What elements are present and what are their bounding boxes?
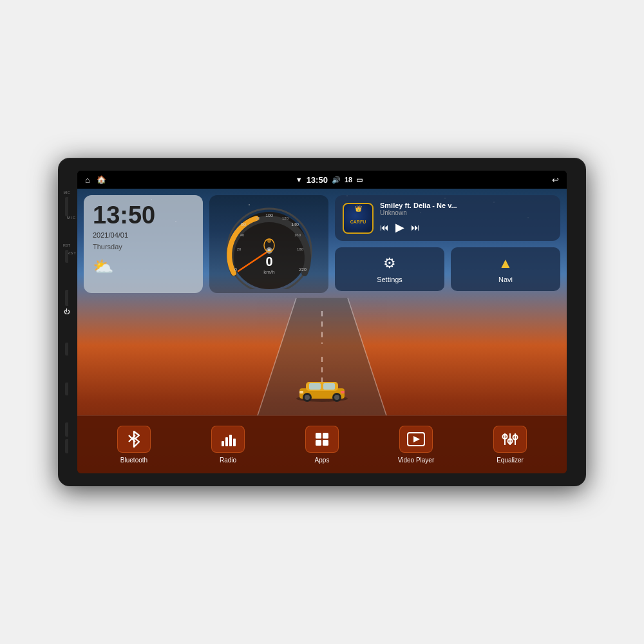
svg-point-35 [267, 239, 271, 243]
svg-text:0: 0 [265, 254, 272, 269]
svg-text:140: 140 [291, 222, 299, 227]
svg-text:220: 220 [299, 267, 307, 272]
home-icon[interactable]: ⌂ [85, 175, 90, 185]
svg-rect-36 [222, 441, 224, 446]
clock-time: 13:50 [93, 203, 194, 227]
radio-icon-wrap [211, 426, 245, 453]
house-icon[interactable]: 🏠 [97, 175, 106, 184]
radio-icon [220, 432, 236, 446]
status-left: ⌂ 🏠 [85, 175, 106, 185]
svg-rect-8 [309, 383, 321, 390]
back-button[interactable] [65, 383, 68, 395]
speedometer-widget: 0 60 100 140 220 20 40 80 120 160 180 [209, 195, 328, 293]
rst-label-side: RST [63, 243, 70, 247]
next-button[interactable]: ⏭ [411, 222, 420, 232]
svg-rect-42 [316, 440, 321, 446]
apps-button[interactable]: Apps [296, 426, 348, 464]
radio-button[interactable]: Radio [202, 426, 254, 464]
media-controls: ⏮ ▶ ⏭ [380, 220, 553, 234]
main-content: 13:50 2021/04/01 Thursday ⛅ [77, 189, 567, 473]
svg-rect-40 [316, 433, 321, 439]
mic-button[interactable] [65, 197, 68, 216]
svg-point-11 [305, 395, 310, 400]
equalizer-icon-wrap [493, 426, 527, 453]
clock-date: 2021/04/01 [93, 231, 194, 239]
album-art: 👑 CARFU [343, 203, 374, 234]
svg-text:80: 80 [255, 216, 260, 220]
vol-down-button[interactable] [65, 439, 68, 453]
bluetooth-icon [127, 430, 141, 448]
svg-marker-45 [413, 436, 420, 442]
apps-icon-wrap [305, 426, 339, 453]
video-player-icon [407, 432, 425, 446]
power-icon: ⏻ [64, 308, 70, 315]
svg-point-13 [334, 395, 339, 400]
bluetooth-icon-wrap [117, 426, 151, 453]
clock-widget[interactable]: 13:50 2021/04/01 Thursday ⛅ [84, 195, 203, 293]
vol-up-button[interactable] [65, 422, 68, 437]
svg-text:180: 180 [296, 247, 303, 251]
media-artist: Unknown [380, 209, 553, 216]
bluetooth-button[interactable]: Bluetooth [108, 426, 160, 464]
status-time: 13:50 [307, 175, 328, 185]
svg-text:160: 160 [294, 233, 301, 237]
volume-level: 18 [345, 176, 352, 184]
radio-label: Radio [220, 457, 236, 464]
svg-text:60: 60 [241, 222, 246, 227]
equalizer-button[interactable]: Equalizer [484, 426, 536, 464]
rst-button[interactable] [65, 250, 68, 263]
svg-rect-15 [341, 391, 345, 393]
back-icon[interactable]: ↩ [552, 175, 559, 185]
settings-label: Settings [377, 276, 402, 283]
car-image [293, 374, 351, 406]
power-button[interactable] [65, 290, 68, 306]
svg-rect-38 [229, 435, 232, 446]
svg-text:km/h: km/h [263, 269, 274, 275]
navi-label: Navi [498, 276, 513, 283]
prev-button[interactable]: ⏮ [380, 222, 389, 232]
media-title: Smiley ft. Delia - Ne v... [380, 202, 553, 209]
svg-text:100: 100 [265, 213, 273, 218]
video-icon-wrap [399, 426, 433, 453]
svg-rect-37 [225, 437, 228, 446]
media-info: Smiley ft. Delia - Ne v... Unknown ⏮ ▶ ⏭ [380, 202, 553, 234]
wifi-icon: ▼ [296, 176, 303, 184]
weather-icon: ⛅ [93, 257, 194, 277]
bluetooth-label: Bluetooth [120, 457, 147, 464]
video-player-button[interactable]: Video Player [390, 426, 442, 464]
album-label: CARFU [350, 220, 366, 224]
status-bar: ⌂ 🏠 ▼ 13:50 🔊 18 ▭ ↩ [77, 171, 567, 189]
apps-icon [314, 431, 330, 447]
play-button[interactable]: ▶ [395, 220, 404, 234]
screen: ⌂ 🏠 ▼ 13:50 🔊 18 ▭ ↩ [77, 171, 567, 473]
svg-text:120: 120 [281, 216, 289, 220]
clock-day: Thursday [93, 243, 194, 251]
svg-text:20: 20 [236, 247, 241, 251]
settings-icon: ⚙ [383, 255, 396, 272]
svg-rect-39 [233, 439, 236, 446]
mic-label-side: MIC [63, 191, 70, 194]
media-widget: 👑 CARFU Smiley ft. Delia - Ne v... Unkno… [335, 195, 560, 293]
settings-button[interactable]: ⚙ Settings [335, 247, 444, 291]
navi-button[interactable]: ▲ Navi [451, 247, 560, 291]
svg-text:40: 40 [240, 233, 244, 237]
status-right: ↩ [552, 175, 559, 185]
equalizer-icon [502, 431, 518, 447]
svg-rect-9 [323, 383, 335, 390]
action-buttons-row: ⚙ Settings ▲ Navi [335, 247, 560, 291]
speedometer-svg: 0 60 100 140 220 20 40 80 120 160 180 [218, 199, 321, 289]
battery-icon: ▭ [356, 176, 363, 184]
navi-icon: ▲ [498, 255, 513, 272]
video-player-label: Video Player [398, 457, 435, 464]
bottom-app-bar: Bluetooth Radio [77, 415, 567, 473]
media-player[interactable]: 👑 CARFU Smiley ft. Delia - Ne v... Unkno… [335, 195, 560, 241]
apps-label: Apps [315, 457, 330, 464]
volume-icon: 🔊 [332, 176, 341, 184]
svg-rect-41 [323, 433, 328, 439]
svg-text:0: 0 [234, 267, 237, 272]
home-button[interactable] [65, 343, 68, 355]
widgets-row: 13:50 2021/04/01 Thursday ⛅ [84, 195, 560, 293]
car-unit: MIC RST MIC RST ⏻ ⌂ 🏠 [58, 158, 586, 486]
equalizer-label: Equalizer [497, 457, 524, 464]
status-center: ▼ 13:50 🔊 18 ▭ [296, 175, 363, 185]
